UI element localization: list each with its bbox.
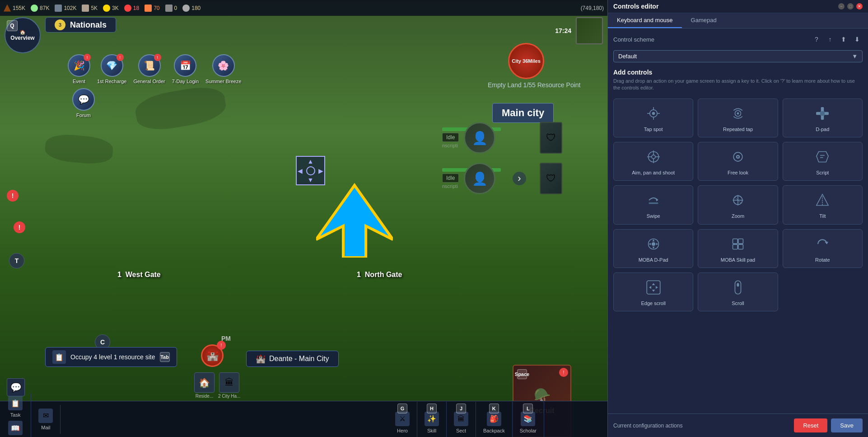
control-scheme-label: Control scheme	[613, 36, 654, 43]
share-icon[interactable]: ↑	[825, 34, 835, 45]
swipe-label: Swipe	[647, 213, 660, 219]
edge-scroll-item[interactable]: Edge scroll	[613, 273, 693, 311]
main-city-label[interactable]: Main city	[492, 103, 554, 123]
control-widget-center	[306, 166, 315, 175]
svg-marker-23	[817, 152, 828, 162]
city-36miles-area: City 36Miles	[508, 43, 544, 79]
svg-point-35	[652, 242, 655, 246]
backpack-btn[interactable]: K 🎒 Backpack	[476, 402, 513, 437]
moba-dpad-item[interactable]: MOBA D-Pad	[613, 229, 693, 268]
tap-spot-item[interactable]: Tap spot	[613, 99, 693, 137]
add-controls-title: Add controls	[613, 69, 863, 76]
resource-gold: 3K	[103, 5, 119, 12]
moba-skill-icon	[730, 236, 746, 252]
aim-pan-shoot-item[interactable]: Aim, pan and shoot	[613, 142, 693, 181]
panel-minimize-btn[interactable]: −	[838, 3, 845, 9]
sect-btn[interactable]: J 🏛 Sect	[447, 402, 476, 437]
svg-rect-40	[733, 239, 738, 244]
scroll-label: Scroll	[732, 300, 744, 306]
scroll-icon-container	[728, 277, 748, 297]
exclaim-icon-2[interactable]: !	[14, 221, 25, 233]
svg-rect-50	[735, 281, 741, 294]
hero-gear-1[interactable]: 🛡	[540, 122, 562, 154]
hero-portrait-2[interactable]: 👤	[464, 163, 495, 194]
repeated-tap-icon	[730, 105, 746, 122]
export-icon[interactable]: ⬆	[838, 34, 849, 45]
residence-btn[interactable]: 🏠 Reside...	[194, 372, 215, 399]
svg-rect-27	[649, 202, 658, 204]
pm-label: PM	[221, 335, 231, 342]
rotate-item[interactable]: Rotate	[783, 229, 863, 268]
question-icon[interactable]: ?	[811, 34, 822, 45]
tab-keyboard[interactable]: Keyboard and mouse	[608, 13, 682, 28]
arrow-down-icon: ▼	[308, 176, 314, 183]
svg-rect-9	[821, 107, 824, 112]
hero-status-2: Idle	[442, 174, 459, 183]
save-button[interactable]: Save	[831, 418, 863, 432]
event-icon-btn[interactable]: 🎉 ! Event	[68, 54, 90, 84]
footer-label: Current configuration actions	[613, 423, 682, 429]
default-scheme-value: Default	[618, 53, 637, 60]
panel-title-text: Controls editor	[613, 3, 658, 10]
svg-rect-43	[738, 244, 743, 249]
arrow-up-icon: ▲	[308, 158, 314, 165]
svg-point-8	[737, 112, 739, 114]
recharge-icon-btn[interactable]: 💎 ! 1st Recharge	[97, 54, 126, 84]
q-key-badge[interactable]: Q	[7, 20, 18, 31]
time-display: 17:24	[555, 27, 571, 34]
tilt-item[interactable]: Tilt	[783, 185, 863, 224]
free-look-item[interactable]: Free look	[698, 142, 778, 181]
footer-buttons: Reset Save	[794, 418, 863, 432]
zoom-item[interactable]: Zoom	[698, 185, 778, 224]
space-key-badge: Space	[517, 369, 527, 379]
control-scheme-row: Control scheme ? ↑ ⬆ ⬇	[613, 34, 863, 45]
repeated-tap-item[interactable]: Repeated tap	[698, 99, 778, 137]
hero-portrait-1[interactable]: 👤	[464, 122, 495, 154]
zoom-icon	[730, 192, 746, 208]
svg-rect-42	[733, 244, 738, 249]
event-notification: !	[84, 54, 91, 61]
city-name-bar[interactable]: 🏰 Deante - Main City	[246, 351, 339, 367]
scroll-item[interactable]: Scroll	[698, 273, 778, 311]
chapter-btn[interactable]: 📖 Chapter II	[4, 420, 27, 437]
quest-bar[interactable]: 📋 Occupy 4 level 1 resource site Tab	[45, 347, 177, 367]
forum-btn[interactable]: 💬 Forum	[72, 88, 95, 118]
swipe-item[interactable]: Swipe	[613, 185, 693, 224]
nationals-bar[interactable]: 3 Nationals	[45, 17, 116, 33]
script-icon	[814, 149, 831, 165]
tab-gamepad[interactable]: Gamepad	[682, 13, 726, 28]
minimap[interactable]	[576, 17, 603, 44]
moba-skill-item[interactable]: MOBA Skill pad	[698, 229, 778, 268]
hero-btn[interactable]: G ⚔ Hero	[388, 402, 417, 437]
control-scheme-dropdown[interactable]: Default ▼	[613, 50, 863, 62]
input-tabs: Keyboard and mouse Gamepad	[608, 13, 868, 28]
city-hall-btn[interactable]: 🏛 2 City Ha...	[218, 372, 240, 399]
svg-rect-11	[816, 112, 821, 115]
skill-btn[interactable]: H ✨ Skill	[417, 402, 447, 437]
script-item[interactable]: Script	[783, 142, 863, 181]
import-icon[interactable]: ⬇	[852, 34, 863, 45]
seven-day-login-btn[interactable]: 📅 7-Day Login	[172, 54, 199, 84]
task-btn[interactable]: 📋 Task	[4, 395, 27, 418]
summer-breeze-btn[interactable]: 🌸 Summer Breeze	[205, 54, 241, 84]
free-look-icon	[730, 149, 746, 165]
svg-rect-12	[824, 112, 829, 115]
scholar-btn[interactable]: L 📚 Scholar	[513, 402, 544, 437]
edge-scroll-icon	[645, 279, 662, 296]
panel-maximize-btn[interactable]: □	[847, 3, 854, 9]
tilt-label: Tilt	[819, 213, 826, 219]
general-order-btn[interactable]: 📜 ! General Order	[133, 54, 165, 84]
exclaim-icon-1[interactable]: !	[7, 190, 19, 202]
panel-window-controls: − □ ✕	[838, 3, 863, 9]
svg-marker-36	[652, 239, 654, 241]
svg-point-2	[652, 112, 655, 115]
dpad-item[interactable]: D-pad	[783, 99, 863, 137]
panel-close-btn[interactable]: ✕	[856, 3, 863, 9]
arrow-left-icon: ◀	[298, 167, 303, 174]
svg-marker-47	[652, 290, 655, 292]
mail-btn[interactable]: ✉ Mail	[31, 405, 61, 434]
scroll-right-arrow[interactable]: ›	[513, 172, 526, 185]
reset-button[interactable]: Reset	[794, 418, 827, 432]
hero-gear-2[interactable]: 🛡	[540, 163, 562, 194]
t-key-badge[interactable]: T	[9, 253, 24, 268]
